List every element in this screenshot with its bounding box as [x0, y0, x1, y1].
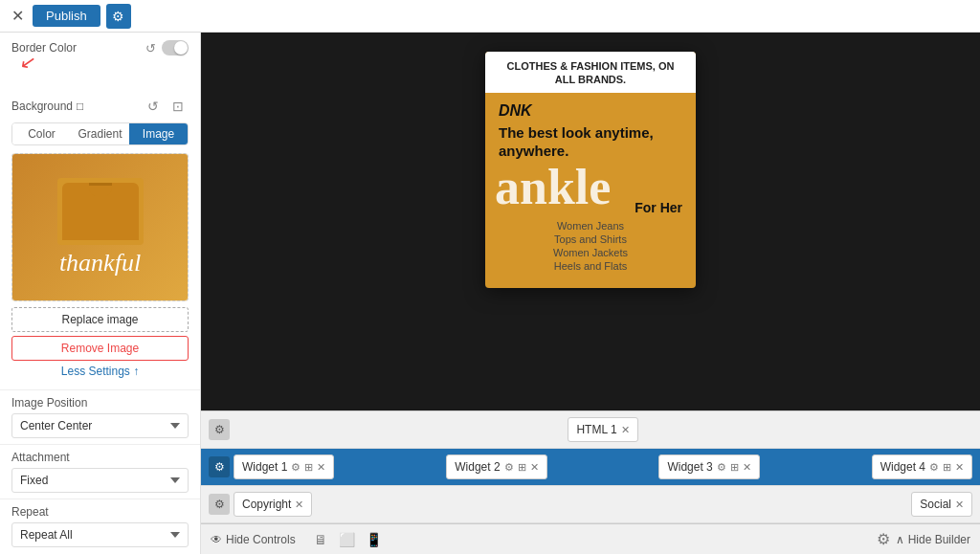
- hide-builder-button[interactable]: ∧ Hide Builder: [896, 533, 970, 546]
- eye-icon: 👁: [211, 533, 222, 546]
- html1-pill: HTML 1 ✕: [568, 417, 637, 442]
- widget1-pill: Widget 1 ⚙ ⊞ ✕: [234, 454, 334, 479]
- bottom-bar: 👁 Hide Controls 🖥 ⬜ 📱 ⚙ ∧ Hide Builder: [201, 523, 980, 554]
- arrow-annotation: ↙: [11, 63, 189, 86]
- tab-color[interactable]: Color: [12, 123, 71, 144]
- html1-close-icon[interactable]: ✕: [621, 424, 630, 436]
- widget3-label: Widget 3: [667, 460, 712, 474]
- html1-label: HTML 1: [576, 423, 616, 436]
- attachment-section: Attachment Fixed: [0, 444, 200, 499]
- less-settings-link[interactable]: Less Settings ↑: [11, 361, 189, 382]
- preview-area: CLOTHES & FASHION ITEMS, ON ALL BRANDS. …: [201, 33, 980, 410]
- widget-row-copyright: ⚙ Copyright ✕ Social ✕: [201, 486, 980, 523]
- background-box-icon: □: [77, 100, 83, 113]
- preview-links: Women Jeans Tops and Shirts Women Jacket…: [499, 219, 682, 273]
- background-reset-button[interactable]: ↺: [143, 96, 164, 117]
- widget4-copy-icon[interactable]: ⊞: [943, 461, 951, 474]
- list-item: Heels and Flats: [499, 259, 682, 273]
- widget2-close-icon[interactable]: ✕: [530, 461, 539, 474]
- remove-image-button[interactable]: Remove Image: [11, 336, 189, 361]
- preview-card: CLOTHES & FASHION ITEMS, ON ALL BRANDS. …: [485, 52, 696, 288]
- widget3-copy-icon[interactable]: ⊞: [730, 461, 739, 474]
- tab-gradient[interactable]: Gradient: [71, 123, 129, 144]
- background-tabs: Color Gradient Image: [11, 122, 189, 145]
- attachment-select[interactable]: Fixed: [11, 468, 189, 493]
- desktop-view-button[interactable]: 🖥: [309, 528, 332, 551]
- border-color-controls: ↺: [145, 40, 189, 55]
- publish-button[interactable]: Publish: [33, 5, 100, 27]
- widget2-label: Widget 2: [455, 460, 500, 474]
- view-icons: 🖥 ⬜ 📱: [309, 528, 386, 551]
- widgets-row-gear-icon[interactable]: ⚙: [209, 456, 230, 477]
- left-panel: Border Color ↺ ↙ Background □ ↺ ⊡: [0, 33, 201, 554]
- preview-brand: DNK: [499, 102, 682, 120]
- top-bar: ✕ Publish ⚙: [0, 0, 980, 33]
- repeat-section: Repeat Repeat All: [0, 499, 200, 553]
- widget2-settings-icon[interactable]: ⚙: [504, 461, 514, 474]
- tab-image[interactable]: Image: [129, 123, 188, 144]
- widget2-copy-icon[interactable]: ⊞: [518, 461, 526, 474]
- preview-card-body: DNK The best look anytime, anywhere. ank…: [485, 93, 696, 273]
- background-label: Background □: [11, 100, 83, 113]
- hide-controls-button[interactable]: 👁 Hide Controls: [211, 533, 296, 546]
- repeat-select[interactable]: Repeat All: [11, 522, 189, 547]
- tablet-view-button[interactable]: ⬜: [336, 528, 359, 551]
- close-button[interactable]: ✕: [8, 7, 27, 26]
- preview-headline: The best look anytime, anywhere.: [499, 123, 682, 161]
- bottom-gear-button[interactable]: ⚙: [877, 530, 890, 548]
- social-label: Social: [920, 498, 951, 511]
- html-row-gear-icon[interactable]: ⚙: [209, 419, 230, 440]
- mobile-view-button[interactable]: 📱: [363, 528, 386, 551]
- widget3-settings-icon[interactable]: ⚙: [717, 461, 726, 474]
- thankful-text: thankful: [59, 249, 141, 277]
- bottom-bar-right: ⚙ ∧ Hide Builder: [877, 530, 970, 548]
- widget1-copy-icon[interactable]: ⊞: [304, 461, 313, 474]
- replace-image-button[interactable]: Replace image: [11, 307, 189, 332]
- attachment-label: Attachment: [11, 451, 189, 464]
- social-close-icon[interactable]: ✕: [955, 499, 964, 511]
- widget1-settings-icon[interactable]: ⚙: [291, 461, 301, 474]
- copyright-label: Copyright: [242, 498, 291, 511]
- background-section: Background □ ↺ ⊡ Color Gradient Image: [0, 90, 200, 389]
- settings-button[interactable]: ⚙: [106, 4, 131, 29]
- gear-icon: ⚙: [112, 9, 124, 24]
- image-position-label: Image Position: [11, 396, 189, 410]
- border-color-toggle[interactable]: [162, 40, 189, 55]
- preview-top-text: CLOTHES & FASHION ITEMS, ON ALL BRANDS.: [507, 60, 675, 85]
- image-position-select[interactable]: Center Center: [11, 413, 189, 438]
- image-preview: thankful: [11, 153, 189, 301]
- list-item: Tops and Shirts: [499, 233, 682, 246]
- background-label-row: Background □ ↺ ⊡: [11, 96, 189, 117]
- list-item: Women Jeans: [499, 219, 682, 233]
- widget1-close-icon[interactable]: ✕: [317, 461, 325, 474]
- canvas-area: CLOTHES & FASHION ITEMS, ON ALL BRANDS. …: [201, 33, 980, 554]
- repeat-label: Repeat: [11, 505, 189, 519]
- widget1-label: Widget 1: [242, 460, 287, 474]
- widget-area: ⚙ HTML 1 ✕ ⚙ Widget 1 ⚙ ⊞ ✕: [201, 410, 980, 523]
- widget3-close-icon[interactable]: ✕: [743, 461, 751, 474]
- image-position-section: Image Position Center Center: [0, 389, 200, 444]
- widget2-pill: Widget 2 ⚙ ⊞ ✕: [446, 454, 546, 479]
- copyright-pill: Copyright ✕: [234, 492, 312, 517]
- main-layout: Border Color ↺ ↙ Background □ ↺ ⊡: [0, 33, 980, 554]
- border-color-reset-button[interactable]: ↺: [145, 41, 156, 55]
- image-preview-inner: thankful: [12, 154, 188, 300]
- widget4-close-icon[interactable]: ✕: [955, 461, 964, 474]
- widget3-pill: Widget 3 ⚙ ⊞ ✕: [658, 454, 759, 479]
- list-item: Women Jackets: [499, 246, 682, 259]
- preview-cursive-text: ankle: [495, 159, 682, 215]
- preview-card-top: CLOTHES & FASHION ITEMS, ON ALL BRANDS.: [485, 52, 696, 93]
- copyright-row-gear-icon[interactable]: ⚙: [209, 494, 230, 515]
- widget-row-widgets: ⚙ Widget 1 ⚙ ⊞ ✕ Widget 2 ⚙ ⊞ ✕ Widget 3: [201, 449, 980, 486]
- widget4-label: Widget 4: [880, 460, 925, 474]
- social-pill: Social ✕: [911, 492, 972, 517]
- chevron-up-icon: ∧: [896, 533, 904, 546]
- widget-row-html: ⚙ HTML 1 ✕: [201, 411, 980, 449]
- widget4-pill: Widget 4 ⚙ ⊞ ✕: [872, 454, 972, 479]
- bottom-bar-left: 👁 Hide Controls 🖥 ⬜ 📱: [211, 528, 386, 551]
- copyright-close-icon[interactable]: ✕: [295, 499, 303, 511]
- widget4-settings-icon[interactable]: ⚙: [929, 461, 939, 474]
